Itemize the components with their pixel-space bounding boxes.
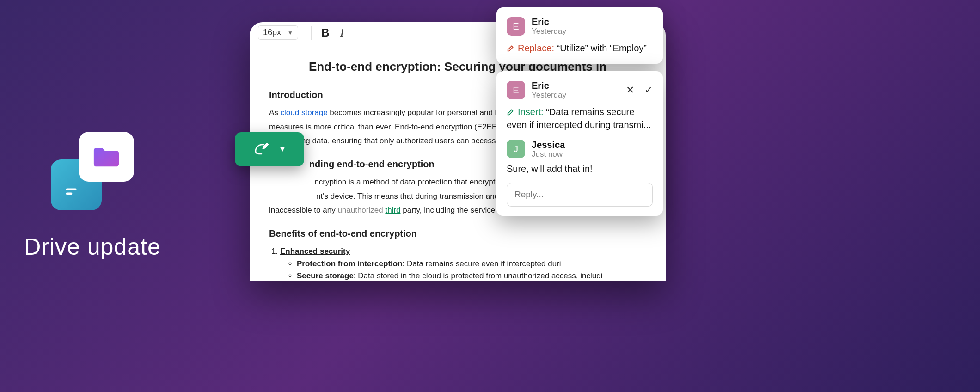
benefit-1a: Protection from interception: Data remai… (297, 258, 646, 270)
insert-third: third (385, 206, 400, 214)
comment-time: Just now (532, 150, 565, 159)
comment-time: Yesterday (532, 27, 566, 36)
commenter-name: Jessica (532, 140, 565, 150)
toolbar-separator (311, 26, 312, 40)
commenter-name: Eric (532, 17, 566, 27)
suggestion-card-insert[interactable]: E Eric Yesterday ✕ ✓ Insert: “Data remai… (496, 71, 663, 216)
pencil-note-icon (253, 140, 270, 159)
reply-input[interactable] (507, 183, 653, 207)
svg-rect-1 (66, 188, 76, 190)
comment-time: Yesterday (532, 91, 566, 100)
compose-suggestion-button[interactable]: ▼ (235, 132, 304, 166)
font-size-select[interactable]: 16px ▼ (258, 25, 298, 40)
close-icon[interactable]: ✕ (626, 84, 634, 96)
benefits-list: Enhanced security Protection from interc… (269, 245, 646, 281)
reply-text: Sure, will add that in! (507, 164, 653, 174)
pencil-icon (507, 108, 515, 116)
font-size-value: 16px (263, 28, 281, 37)
product-logo (51, 132, 134, 210)
left-panel: Drive update (0, 0, 185, 392)
check-icon[interactable]: ✓ (644, 84, 653, 96)
suggestion-text: Replace: “Utilize” with “Employ” (507, 42, 653, 55)
folder-icon (79, 132, 134, 182)
suggestion-card-replace[interactable]: E Eric Yesterday Replace: “Utilize” with… (496, 7, 663, 64)
comment-reply: J Jessica Just now (507, 140, 653, 159)
avatar: J (507, 140, 525, 158)
chevron-down-icon: ▼ (279, 145, 286, 153)
benefit-1b: Secure storage: Data stored in the cloud… (297, 270, 646, 281)
pencil-icon (507, 44, 515, 52)
chevron-down-icon: ▼ (288, 30, 293, 36)
benefit-1-title: Enhanced security (280, 247, 350, 256)
commenter-name: Eric (532, 80, 566, 91)
strike-unauthorized: unauthorized (337, 206, 383, 214)
cloud-storage-link[interactable]: cloud storage (281, 108, 328, 117)
suggestion-text: Insert: “Data remains secure even if int… (507, 105, 653, 131)
vertical-divider (185, 0, 185, 392)
left-title: Drive update (24, 233, 161, 260)
italic-button[interactable]: I (334, 24, 350, 41)
bold-button[interactable]: B (317, 24, 334, 41)
avatar: E (507, 17, 525, 36)
heading-benefits: Benefits of end-to-end encryption (269, 227, 646, 241)
avatar: E (507, 81, 525, 99)
svg-rect-2 (66, 192, 72, 195)
